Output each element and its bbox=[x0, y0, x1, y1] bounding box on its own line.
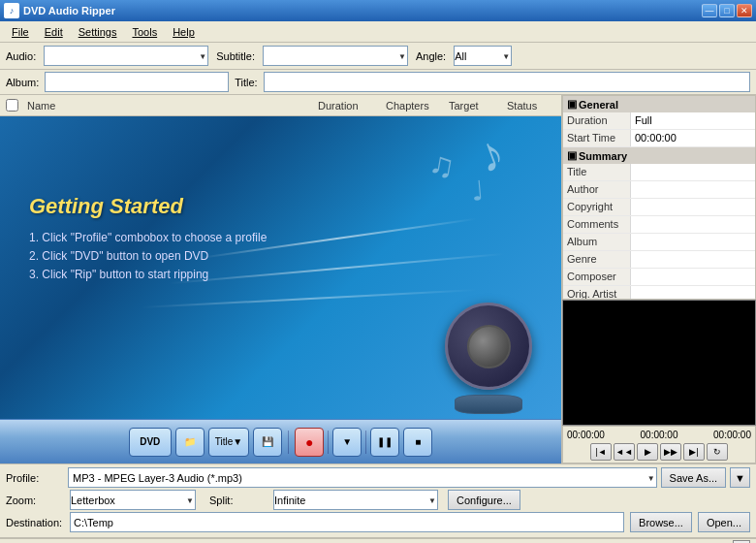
menu-edit[interactable]: Edit bbox=[37, 24, 71, 40]
v-next-end-button[interactable]: ▶| bbox=[683, 443, 705, 461]
title-label: Title▼ bbox=[215, 436, 242, 447]
save-as-button[interactable]: Save As... bbox=[661, 467, 727, 488]
split-select[interactable]: Infinite bbox=[273, 490, 438, 510]
destination-input[interactable] bbox=[70, 512, 624, 532]
zoom-select[interactable]: Letterbox bbox=[70, 490, 196, 510]
pause-button[interactable]: ❚❚ bbox=[370, 428, 399, 457]
rip-dropdown-button[interactable]: ▼ bbox=[332, 428, 362, 457]
v-prev-start-button[interactable]: |◄ bbox=[590, 443, 612, 461]
step2: 2. Click "DVD" button to open DVD bbox=[29, 249, 267, 263]
prop-row-album: Album bbox=[563, 234, 755, 251]
menu-tools[interactable]: Tools bbox=[124, 24, 165, 40]
zoom-select-wrapper: Letterbox ▼ bbox=[70, 490, 196, 510]
angle-select[interactable]: All bbox=[454, 46, 512, 66]
menu-help[interactable]: Help bbox=[165, 24, 203, 40]
menu-settings[interactable]: Settings bbox=[71, 24, 125, 40]
open-folder-button[interactable]: 📁 bbox=[175, 428, 205, 457]
prop-val-origartist[interactable] bbox=[631, 286, 755, 300]
close-button[interactable]: ✕ bbox=[737, 4, 752, 17]
subtitle-label: Subtitle: bbox=[216, 50, 255, 62]
split-label: Split: bbox=[209, 495, 268, 506]
maximize-button[interactable]: □ bbox=[719, 4, 735, 17]
video-controls: 00:00:00 00:00:00 00:00:00 |◄ ◄◄ ▶ ▶▶ ▶|… bbox=[562, 426, 756, 463]
col-status: Status bbox=[503, 100, 561, 112]
prop-val-starttime[interactable]: 00:00:00 bbox=[631, 130, 755, 146]
prop-key-duration: Duration bbox=[563, 112, 631, 129]
select-all-checkbox[interactable] bbox=[6, 99, 18, 112]
save-icon: 💾 bbox=[262, 436, 273, 447]
prop-val-copyright[interactable] bbox=[631, 199, 755, 215]
prop-key-album: Album bbox=[563, 234, 631, 250]
title-button[interactable]: Title▼ bbox=[208, 428, 249, 457]
save-button[interactable]: 💾 bbox=[253, 428, 282, 457]
track-header: Name Duration Chapters Target Status bbox=[0, 95, 561, 116]
video-preview bbox=[562, 300, 756, 426]
audio-select-wrapper: ▼ bbox=[44, 46, 208, 66]
title-input[interactable] bbox=[264, 72, 750, 92]
profile-label: Profile: bbox=[6, 472, 64, 484]
prop-key-title: Title bbox=[563, 164, 631, 180]
audio-label: Audio: bbox=[6, 50, 36, 62]
title-bar-left: ♪ DVD Audio Ripper bbox=[4, 3, 115, 18]
video-btn-row: |◄ ◄◄ ▶ ▶▶ ▶| ↻ bbox=[565, 443, 753, 461]
getting-started-text: Getting Started 1. Click "Profile" combo… bbox=[29, 194, 267, 286]
prop-row-copyright: Copyright bbox=[563, 199, 755, 216]
prop-key-genre: Genre bbox=[563, 251, 631, 268]
col-name: Name bbox=[23, 100, 314, 112]
album-input[interactable] bbox=[45, 72, 229, 92]
timecode-total: 00:00:00 bbox=[713, 430, 751, 440]
separator2 bbox=[328, 431, 329, 454]
prop-val-author[interactable] bbox=[631, 181, 755, 198]
prop-row-author: Author bbox=[563, 181, 755, 199]
summary-collapse-icon: ▣ bbox=[567, 149, 577, 162]
menu-file[interactable]: File bbox=[4, 24, 37, 40]
prop-val-album[interactable] bbox=[631, 234, 755, 250]
v-next-button[interactable]: ▶▶ bbox=[660, 443, 681, 461]
prop-val-comments[interactable] bbox=[631, 216, 755, 233]
preview-area: ♪ ♫ ♩ Getting Started 1. Click "Profile"… bbox=[0, 116, 561, 419]
music-note2-icon: ♫ bbox=[425, 144, 457, 186]
prop-val-composer[interactable] bbox=[631, 269, 755, 285]
separator1 bbox=[288, 431, 289, 454]
profile-more-button[interactable]: ▼ bbox=[730, 467, 750, 488]
controls-bar: DVD 📁 Title▼ 💾 ● ▼ ❚❚ ■ bbox=[0, 419, 561, 463]
summary-label: Summary bbox=[579, 150, 627, 162]
destination-row: Destination: Browse... Open... bbox=[6, 512, 750, 532]
app-icon: ♪ bbox=[4, 3, 19, 18]
title-label: Title: bbox=[235, 77, 257, 88]
browse-button[interactable]: Browse... bbox=[630, 512, 692, 532]
profile-select[interactable]: MP3 - MPEG Layer-3 Audio (*.mp3) bbox=[68, 467, 657, 488]
record-button[interactable]: ● bbox=[295, 428, 324, 457]
pause-icon: ❚❚ bbox=[377, 436, 393, 447]
select-all-check[interactable] bbox=[0, 99, 23, 112]
configure-button[interactable]: Configure... bbox=[448, 490, 520, 510]
v-play-button[interactable]: ▶ bbox=[637, 443, 658, 461]
video-timecodes: 00:00:00 00:00:00 00:00:00 bbox=[565, 429, 753, 441]
prop-row-comments: Comments bbox=[563, 216, 755, 234]
menu-bar: File Edit Settings Tools Help bbox=[0, 21, 756, 43]
prop-row-genre: Genre bbox=[563, 251, 755, 269]
prop-key-comments: Comments bbox=[563, 216, 631, 233]
properties-panel: ▣ General Duration Full Start Time 00:00… bbox=[562, 95, 756, 300]
open-button[interactable]: Open... bbox=[698, 512, 750, 532]
minimize-button[interactable]: — bbox=[702, 4, 717, 17]
prop-row-duration: Duration Full bbox=[563, 112, 755, 130]
collapse-icon: ▣ bbox=[567, 98, 577, 111]
audio-select[interactable] bbox=[44, 46, 208, 66]
v-prev-button[interactable]: ◄◄ bbox=[614, 443, 635, 461]
general-section-header[interactable]: ▣ General bbox=[563, 96, 755, 112]
prop-val-duration[interactable]: Full bbox=[631, 112, 755, 129]
status-bar: Ready ? bbox=[0, 537, 756, 543]
toolbar-row1: Audio: ▼ Subtitle: ▼ Angle: All ▼ bbox=[0, 43, 756, 70]
speaker-illustration bbox=[425, 283, 551, 409]
prop-val-genre[interactable] bbox=[631, 251, 755, 268]
stop-button[interactable]: ■ bbox=[403, 428, 432, 457]
angle-label: Angle: bbox=[416, 50, 446, 62]
subtitle-select[interactable] bbox=[263, 46, 408, 66]
title-bar: ♪ DVD Audio Ripper — □ ✕ bbox=[0, 0, 756, 21]
prop-val-title[interactable] bbox=[631, 164, 755, 180]
dvd-button[interactable]: DVD bbox=[129, 428, 172, 457]
prop-key-copyright: Copyright bbox=[563, 199, 631, 215]
v-loop-button[interactable]: ↻ bbox=[707, 443, 728, 461]
summary-section-header[interactable]: ▣ Summary bbox=[563, 147, 755, 164]
